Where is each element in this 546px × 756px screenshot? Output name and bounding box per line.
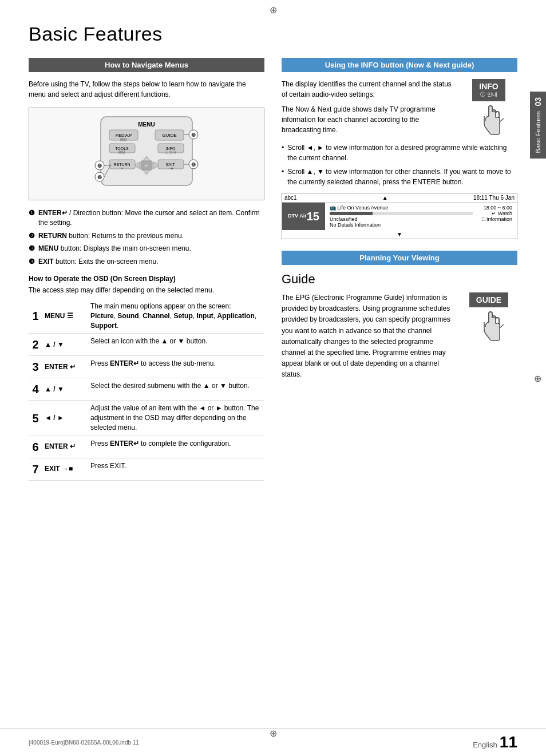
step-4-bullet: ❹ bbox=[29, 257, 35, 267]
osd-desc-6: Press ENTER↵ to complete the configurati… bbox=[88, 436, 264, 458]
bullet-2-text: Scroll ▲, ▼ to view information for othe… bbox=[287, 167, 517, 187]
main-content: How to Navigate Menus Before using the T… bbox=[29, 58, 517, 733]
svg-text:❸: ❸ bbox=[191, 132, 196, 138]
svg-text:❷: ❷ bbox=[97, 175, 102, 180]
osd-key-3: ENTER ↵ bbox=[42, 356, 88, 378]
guide-button-area: GUIDE bbox=[460, 292, 517, 381]
guide-content: The EPG (Electronic Programme Guide) inf… bbox=[282, 292, 517, 381]
info-content: The display identifies the current chann… bbox=[282, 79, 517, 139]
svg-text:GUIDE: GUIDE bbox=[162, 133, 176, 138]
guide-rating: Unclassified bbox=[330, 216, 473, 222]
hand-pointing-icon bbox=[472, 105, 506, 139]
side-tab-label: Basic Features bbox=[535, 111, 541, 153]
guide-time-range: 18:00 ~ 6:00 bbox=[482, 205, 512, 211]
osd-desc-7: Press EXIT. bbox=[88, 458, 264, 480]
guide-channel-name: abc1 bbox=[284, 195, 297, 201]
osd-row-5: 5 ◄ / ► Adjust the value of an item with… bbox=[29, 401, 264, 436]
progress-bar bbox=[330, 212, 473, 215]
svg-line-38 bbox=[500, 324, 504, 328]
page-title: Basic Features bbox=[29, 23, 517, 45]
osd-key-4: ▲ / ▼ bbox=[42, 378, 88, 401]
info-header: Using the INFO button (Now & Next guide) bbox=[282, 58, 517, 72]
guide-tv-icon: 📺 Life On Venus Avenue bbox=[330, 205, 473, 211]
svg-text:→■: →■ bbox=[168, 167, 173, 170]
osd-desc-2: Select an icon with the ▲ or ▼ button. bbox=[88, 334, 264, 356]
crosshair-top-icon: ⊕ bbox=[270, 5, 277, 15]
step-2-text: RETURN button: Returns to the previous m… bbox=[38, 231, 184, 241]
osd-table: 1 MENU ☰ The main menu options appear on… bbox=[29, 299, 264, 481]
guide-button: GUIDE bbox=[469, 292, 508, 307]
guide-triangle-icon: ▲ bbox=[382, 195, 388, 201]
step-1: ❶ ENTER↵ / Direction button: Move the cu… bbox=[29, 208, 264, 228]
osd-row-6: 6 ENTER ↵ Press ENTER↵ to complete the c… bbox=[29, 436, 264, 458]
osd-desc-1: The main menu options appear on the scre… bbox=[88, 299, 264, 334]
svg-text:MEDIA.P: MEDIA.P bbox=[116, 133, 132, 137]
step-4-text: EXIT button: Exits the on-screen menu. bbox=[38, 257, 158, 267]
guide-right-block: 18:00 ~ 6:00 ↵ Watch □ Information bbox=[477, 203, 517, 230]
guide-timestamp: 18:11 Thu 6 Jan bbox=[473, 195, 515, 201]
steps-list: ❶ ENTER↵ / Direction button: Move the cu… bbox=[29, 208, 264, 267]
svg-text:EXIT: EXIT bbox=[166, 163, 175, 167]
step-2-bullet: ❷ bbox=[29, 231, 35, 241]
guide-info-label: □ Information bbox=[482, 216, 512, 222]
osd-row-7: 7 EXIT →■ Press EXIT. bbox=[29, 458, 264, 480]
step-3-bullet: ❸ bbox=[29, 244, 35, 254]
step-2: ❷ RETURN button: Returns to the previous… bbox=[29, 231, 264, 241]
info-button: INFO ⓘ 안내 bbox=[472, 79, 505, 101]
svg-text:INFO: INFO bbox=[166, 147, 176, 151]
svg-text:↩: ↩ bbox=[121, 167, 124, 170]
language-label: English bbox=[473, 741, 497, 749]
osd-row-1: 1 MENU ☰ The main menu options appear on… bbox=[29, 299, 264, 334]
bullet-1: • Scroll ◄, ► to view information for a … bbox=[282, 143, 517, 163]
page: ⊕ 03 Basic Features Basic Features How t… bbox=[0, 0, 546, 756]
osd-num-5: 5 bbox=[29, 401, 42, 436]
svg-text:MENU: MENU bbox=[138, 121, 155, 128]
osd-key-5: ◄ / ► bbox=[42, 401, 88, 436]
svg-text:❹: ❹ bbox=[191, 162, 196, 168]
guide-programme: Life On Venus Avenue bbox=[337, 205, 388, 211]
osd-key-2: ▲ / ▼ bbox=[42, 334, 88, 356]
footer-left: [400019-Euro]BN68-02655A-00L06.indb 11 bbox=[29, 739, 139, 746]
svg-text:圓目: 圓目 bbox=[120, 138, 127, 141]
guide-mid-area: DTV Air 15 📺 Life On Venus Avenue Unclas… bbox=[282, 203, 517, 230]
crosshair-right-icon: ⊕ bbox=[534, 373, 541, 383]
navigate-menus-header: How to Navigate Menus bbox=[29, 58, 264, 72]
info-text-1: The display identifies the current chann… bbox=[282, 79, 454, 100]
guide-watch-label: ↵ Watch bbox=[482, 211, 512, 216]
remote-svg: MENU MEDIA.P 圓目 GUIDE TOOLS 圓目 INFO ⓘ 안내 bbox=[66, 114, 227, 194]
step-4: ❹ EXIT button: Exits the on-screen menu. bbox=[29, 257, 264, 267]
step-1-text: ENTER↵ / Direction button: Move the curs… bbox=[38, 208, 264, 228]
hand-guide-icon bbox=[472, 311, 506, 345]
step-3-text: MENU button: Displays the main on-screen… bbox=[38, 244, 191, 254]
info-guide-box: abc1 ▲ 18:11 Thu 6 Jan DTV Air 15 📺 Life… bbox=[282, 193, 517, 239]
guide-bottom-arrow: ▼ bbox=[282, 230, 517, 239]
progress-fill bbox=[330, 212, 373, 215]
osd-desc-4: Select the desired submenu with the ▲ or… bbox=[88, 378, 264, 401]
guide-source: DTV Air bbox=[288, 213, 307, 219]
osd-row-2: 2 ▲ / ▼ Select an icon with the ▲ or ▼ b… bbox=[29, 334, 264, 356]
info-button-area: INFO ⓘ 안내 bbox=[460, 79, 517, 139]
osd-heading: How to Operate the OSD (On Screen Displa… bbox=[29, 275, 264, 283]
svg-text:TOOLS: TOOLS bbox=[115, 147, 129, 151]
guide-channel-num-block: DTV Air 15 bbox=[282, 203, 325, 230]
guide-text: The EPG (Electronic Programme Guide) inf… bbox=[282, 292, 454, 381]
info-btn-label: INFO bbox=[479, 82, 498, 91]
osd-key-6: ENTER ↵ bbox=[42, 436, 88, 458]
nav-intro-text: Before using the TV, follow the steps be… bbox=[29, 79, 264, 100]
planning-header: Planning Your Viewing bbox=[282, 251, 517, 265]
osd-subtext: The access step may differ depending on … bbox=[29, 286, 264, 294]
guide-center-block: 📺 Life On Venus Avenue Unclassified No D… bbox=[325, 203, 477, 230]
step-1-bullet: ❶ bbox=[29, 208, 35, 228]
side-tab-number: 03 bbox=[533, 97, 543, 106]
osd-row-3: 3 ENTER ↵ Press ENTER↵ to access the sub… bbox=[29, 356, 264, 378]
svg-text:↵: ↵ bbox=[145, 164, 148, 168]
crosshair-bottom-icon: ⊕ bbox=[270, 728, 277, 739]
osd-row-4: 4 ▲ / ▼ Select the desired submenu with … bbox=[29, 378, 264, 401]
svg-text:RETURN: RETURN bbox=[113, 163, 130, 167]
osd-key-7: EXIT →■ bbox=[42, 458, 88, 480]
side-tab: 03 Basic Features bbox=[530, 92, 546, 159]
svg-line-37 bbox=[500, 118, 504, 122]
left-column: How to Navigate Menus Before using the T… bbox=[29, 58, 264, 733]
right-column: Using the INFO button (Now & Next guide)… bbox=[282, 58, 517, 733]
osd-desc-5: Adjust the value of an item with the ◄ o… bbox=[88, 401, 264, 436]
